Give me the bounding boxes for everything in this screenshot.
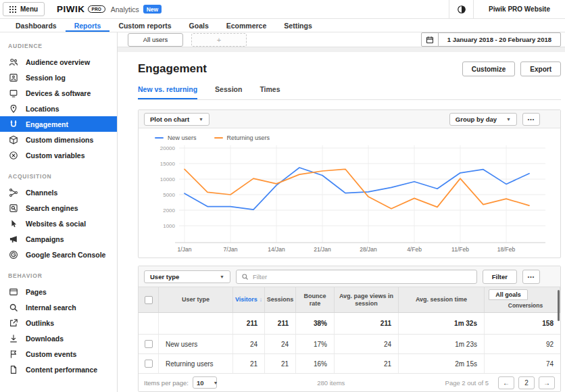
new-badge: New	[143, 5, 162, 14]
row-checkbox[interactable]	[145, 360, 153, 368]
column-header-visitors[interactable]: Visitors↓	[233, 287, 265, 312]
sidebar-item-content-performance[interactable]: Content performance	[0, 362, 117, 377]
tab-new-vs-returning[interactable]: New vs. returning	[138, 85, 197, 99]
cell-avg_page_views: 21	[335, 354, 399, 373]
globe-icon	[449, 0, 474, 18]
plot-on-chart-select[interactable]: Plot on chart ▼	[144, 113, 210, 126]
column-header-user_type[interactable]: User type	[159, 287, 233, 312]
sidebar-item-label: Internal search	[26, 303, 76, 312]
items-per-page-label: Items per page:	[144, 379, 189, 387]
cell-bounce_rate: 17%	[296, 335, 335, 353]
previous-page-button[interactable]: ←	[498, 376, 514, 389]
tab-session[interactable]: Session	[215, 85, 242, 99]
sidebar-item-websites-social[interactable]: Websites & social	[0, 216, 117, 231]
current-page-button[interactable]: 2	[518, 376, 535, 389]
report-tabs: New vs. returningSessionTimes	[138, 85, 561, 100]
sidebar-item-custom-dimensions[interactable]: Custom dimensions	[0, 132, 117, 147]
reports-sidebar: AUDIENCEAudience overviewSession logDevi…	[0, 32, 118, 392]
chart-more-options-button[interactable]: •••	[522, 113, 540, 126]
cell-conversions: 92	[485, 335, 560, 353]
sidebar-item-outlinks[interactable]: Outlinks	[0, 315, 117, 330]
chart-legend: New usersReturning users	[148, 134, 554, 141]
sidebar-item-locations[interactable]: Locations	[0, 101, 117, 116]
column-header-conversions[interactable]: All goalsConversions	[485, 287, 560, 312]
cell-avg_page_views: 211	[335, 313, 399, 334]
sidebar-item-session-log[interactable]: Session log	[0, 70, 117, 85]
website-selector[interactable]: Piwik PRO Website	[449, 0, 565, 18]
column-header-checkbox[interactable]	[139, 287, 159, 312]
nav-tab-settings[interactable]: Settings	[275, 19, 320, 32]
sidebar-item-search-engines[interactable]: Search engines	[0, 200, 117, 216]
nav-tab-custom-reports[interactable]: Custom reports	[109, 19, 180, 32]
sidebar-item-channels[interactable]: Channels	[0, 185, 117, 200]
sidebar-item-pages[interactable]: Pages	[0, 284, 117, 299]
svg-text:20000: 20000	[160, 145, 176, 151]
legend-item-new-users[interactable]: New users	[155, 134, 197, 141]
table-scrollbar[interactable]	[558, 290, 560, 321]
cell-bounce_rate: 38%	[296, 313, 335, 334]
sidebar-item-label: Google Search Console	[26, 251, 105, 259]
column-header-avg_page_views[interactable]: Avg. page views in session	[335, 287, 399, 312]
cell-user_type: Returning users	[159, 354, 233, 373]
sidebar-item-label: Locations	[26, 105, 59, 113]
sidebar-item-internal-search[interactable]: Internal search	[0, 299, 117, 315]
session-log-icon	[8, 72, 18, 82]
add-segment-button[interactable]: +	[191, 33, 247, 47]
svg-text:5000: 5000	[163, 192, 175, 198]
menu-button[interactable]: Menu	[3, 2, 45, 16]
customize-button[interactable]: Customize	[462, 62, 516, 76]
nav-tab-reports[interactable]: Reports	[66, 19, 110, 32]
column-header-avg_session_time[interactable]: Avg. session time	[399, 287, 485, 312]
nav-tab-ecommerce[interactable]: Ecommerce	[218, 19, 276, 32]
column-header-sessions[interactable]: Sessions	[265, 287, 296, 312]
all-goals-selector[interactable]: All goals	[489, 289, 528, 300]
export-button[interactable]: Export	[520, 62, 561, 76]
grid-menu-icon	[9, 6, 16, 13]
sidebar-item-engagement[interactable]: Engagement	[0, 116, 117, 132]
segment-all-users-button[interactable]: All users	[128, 33, 183, 47]
column-header-bounce_rate[interactable]: Bounce rate	[296, 287, 335, 312]
date-range-button[interactable]: 1 January 2018 - 20 February 2018	[438, 32, 561, 47]
dimension-select[interactable]: User type ▼	[144, 270, 230, 283]
nav-tab-dashboards[interactable]: Dashboards	[7, 19, 66, 32]
select-all-checkbox[interactable]	[145, 296, 153, 304]
calendar-icon[interactable]	[421, 32, 439, 47]
cell-checkbox	[139, 354, 159, 373]
nav-tab-goals[interactable]: Goals	[180, 19, 218, 32]
cell-sessions: 21	[265, 354, 296, 373]
sidebar-item-custom-events[interactable]: Custom events	[0, 346, 117, 362]
table-filter-input[interactable]	[253, 273, 472, 280]
logo-text: PIWIK	[57, 4, 85, 14]
magnifier-icon	[8, 302, 18, 312]
sidebar-item-campaigns[interactable]: Campaigns	[0, 231, 117, 247]
content-spacer	[118, 47, 565, 52]
column-header-label: Conversions	[501, 299, 543, 312]
page-status-label: Page 2 out of 5	[445, 379, 489, 387]
tab-times[interactable]: Times	[260, 85, 280, 99]
row-checkbox[interactable]	[145, 340, 153, 348]
legend-item-returning-users[interactable]: Returning users	[214, 134, 270, 141]
group-by-select[interactable]: Group by day ▼	[449, 113, 517, 126]
sidebar-item-google-search-console[interactable]: Google Search Console	[0, 247, 117, 262]
sidebar-item-audience-overview[interactable]: Audience overview	[0, 54, 117, 70]
sidebar-item-label: Pages	[26, 288, 47, 296]
items-per-page-select[interactable]: 10 ▼	[193, 376, 217, 389]
table-more-options-button[interactable]: •••	[522, 270, 540, 284]
next-page-button[interactable]: →	[539, 376, 555, 389]
sidebar-item-devices-software[interactable]: Devices & software	[0, 85, 117, 101]
filter-button[interactable]: Filter	[483, 270, 517, 284]
sidebar-section-title: ACQUISITION	[0, 173, 117, 180]
sidebar-item-custom-variables[interactable]: Custom variables	[0, 147, 117, 163]
line-chart: 1/Jan7/Jan14/Jan21/Jan28/Jan4/Feb11/Feb1…	[148, 141, 554, 256]
sidebar-item-downloads[interactable]: Downloads	[0, 330, 117, 346]
cell-user_type: New users	[159, 335, 233, 353]
cell-avg_session_time: 2m 15s	[399, 354, 485, 373]
sidebar-item-label: Search engines	[26, 204, 78, 212]
legend-label: New users	[168, 134, 197, 141]
table-panel: User type ▼ Filter ••• User typ	[138, 266, 561, 392]
chevron-down-icon: ▼	[214, 381, 218, 385]
table-header-row: User typeVisitors↓SessionsBounce rateAvg…	[139, 287, 560, 313]
circle-x-icon	[8, 150, 18, 160]
table-pagination: Items per page: 10 ▼ 280 items Page 2 ou…	[139, 374, 560, 391]
column-header-label: Avg. page views in session	[337, 293, 395, 307]
